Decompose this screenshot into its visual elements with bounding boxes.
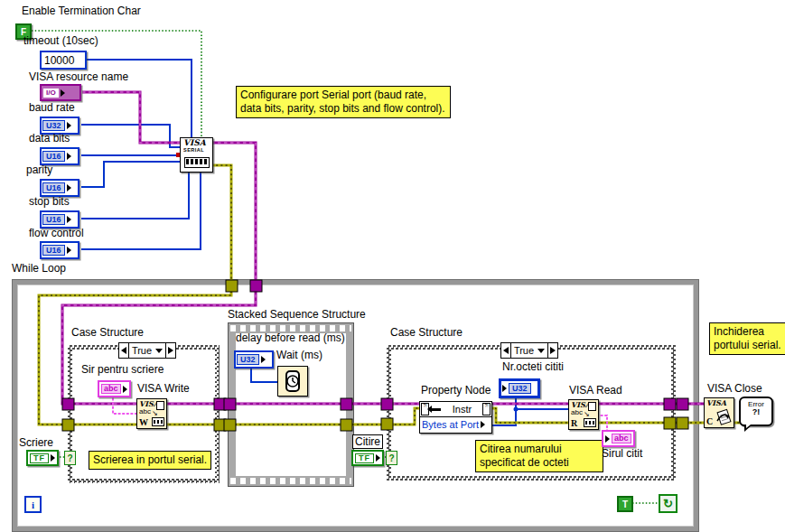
watch-icon [283, 370, 303, 392]
circular-arrow-icon: ↻ [663, 497, 673, 510]
wire-visa-resource-in [82, 92, 181, 143]
flow-control-label: flow control [29, 228, 84, 239]
previous-case-icon[interactable] [119, 343, 128, 358]
next-case-icon[interactable] [548, 343, 557, 358]
wire-flow-control [81, 171, 201, 249]
parity-label: parity [26, 164, 52, 176]
tunnel-visa-loop-top [250, 280, 262, 292]
input-arrow-icon [502, 385, 507, 392]
configure-comment: Configurare port Serial port (baud rate,… [236, 86, 451, 118]
session-icon [588, 402, 596, 411]
tunnel-error-case1-left [62, 419, 74, 431]
property-node-label: Property Node [421, 385, 491, 397]
previous-case-icon[interactable] [501, 343, 510, 358]
visa-close-label: VISA Close [707, 383, 762, 395]
tunnel-error-case2-left [381, 418, 393, 430]
citire-boolean[interactable]: TF [351, 450, 384, 466]
stop-bits-label: stop bits [29, 196, 70, 208]
while-loop-label: While Loop [12, 263, 66, 275]
case-dropdown-icon[interactable] [537, 349, 545, 353]
output-arrow-icon [123, 386, 127, 393]
visa-resource-label: VISA resource name [29, 71, 128, 83]
tunnel-error-loop-top [226, 280, 238, 292]
wire-stop-bits [81, 171, 189, 219]
case2-selector-terminal[interactable]: ? [386, 451, 397, 465]
scriere-boolean[interactable]: TF [26, 450, 59, 466]
timeout-label: timeout (10sec) [23, 35, 98, 47]
connector-icon [584, 418, 596, 427]
tunnel-error-seq-right [341, 419, 352, 431]
wait-label: Wait (ms) [276, 350, 322, 361]
tunnel-visa-seq-left [224, 398, 236, 410]
baud-rate-label: baud rate [29, 102, 75, 114]
close-checklist-icon [715, 408, 733, 426]
property-node[interactable]: ?! Instr ?! Bytes at Port [419, 401, 492, 434]
output-arrow-icon [261, 356, 266, 363]
case1-selector-terminal[interactable]: ? [64, 451, 76, 465]
citire-label: Citire [352, 434, 383, 449]
connector-icon [152, 417, 164, 426]
stacked-sequence-label: Stacked Sequence Structure [228, 309, 366, 321]
flow-control-constant[interactable]: U16 [40, 241, 79, 259]
enable-termination-label: Enable Termination Char [22, 5, 141, 17]
output-arrow-icon [61, 89, 65, 97]
visa-configure-serial-port-node[interactable]: VISA SERIAL [180, 137, 213, 173]
continue-true-constant[interactable]: T [617, 496, 633, 512]
simple-error-handler-node[interactable]: Error ?! [739, 397, 773, 426]
loop-condition-terminal[interactable]: ↻ [659, 494, 678, 513]
output-arrow-icon [481, 421, 485, 428]
visa-write-node[interactable]: VISA abc ↘ W [136, 398, 167, 429]
output-arrow-icon [67, 122, 71, 129]
visa-read-node[interactable]: VISA abc ↘ R [568, 399, 599, 430]
read-comment: Citirea numarului specificat de octeti [475, 440, 603, 472]
visa-write-label: VISA Write [137, 383, 190, 395]
write-arrow-icon: ↘ [152, 409, 158, 417]
wait-ms-node[interactable] [277, 366, 308, 397]
data-bits-constant[interactable]: U16 [40, 147, 79, 165]
read-arrow-icon: ↘ [584, 410, 590, 418]
parity-constant[interactable]: U16 [40, 179, 79, 197]
loop-iteration-terminal[interactable]: i [24, 496, 42, 513]
case2-selector[interactable]: True [500, 342, 558, 359]
delay-constant[interactable]: U32 [234, 350, 274, 369]
next-case-icon[interactable] [166, 343, 175, 358]
labview-block-diagram: Enable Termination Char F timeout (10sec… [0, 0, 785, 532]
output-arrow-icon [67, 247, 71, 254]
bytes-count-indicator[interactable]: U32 [499, 378, 540, 398]
wire-error-to-read [491, 408, 569, 423]
case1-label: Case Structure [71, 327, 144, 339]
read-string-indicator[interactable]: abc [602, 430, 635, 447]
input-arrow-icon [605, 435, 610, 443]
wire-visa-resource-in [82, 92, 181, 143]
read-string-label: Sirul citit [602, 448, 642, 460]
case1-selector[interactable]: True [118, 342, 176, 359]
output-arrow-icon [67, 153, 71, 160]
tunnel-error-seq-left [224, 419, 236, 431]
output-arrow-icon [51, 454, 55, 462]
stop-bits-constant[interactable]: U16 [40, 210, 79, 229]
case-dropdown-icon[interactable] [155, 349, 163, 353]
bytes-count-label: Nr.octeti cititi [502, 361, 564, 373]
tunnel-error-loop-right [677, 417, 688, 429]
output-arrow-icon [67, 184, 71, 191]
close-comment: Inchiderea portului serial. [709, 322, 785, 355]
wire-error-to-read [491, 408, 569, 423]
tunnel-error-case2-right [664, 417, 676, 429]
visa-close-node[interactable]: VISA C [704, 397, 734, 428]
wire-junction-dot [514, 407, 519, 412]
session-icon [156, 401, 164, 410]
tunnel-visa-case1-left [62, 398, 74, 410]
output-arrow-icon [376, 454, 380, 462]
timeout-constant[interactable]: 10000 [40, 51, 87, 70]
visa-read-label: VISA Read [569, 385, 622, 397]
write-comment: Scrierea in portul serial. [89, 451, 211, 470]
write-string-label: Sir pentru scriere [81, 364, 164, 376]
property-bytes-at-port[interactable]: Bytes at Port [420, 417, 491, 431]
delay-label: delay before read (ms) [236, 332, 345, 344]
error-out-terminal-icon: ?! [482, 403, 491, 415]
write-string-constant[interactable]: abc [98, 380, 131, 397]
tunnel-visa-case2-left [381, 398, 393, 410]
dip-switch-icon [184, 157, 210, 168]
tunnel-visa-seq-right [341, 398, 352, 410]
visa-resource-constant[interactable]: I/O [40, 84, 81, 101]
